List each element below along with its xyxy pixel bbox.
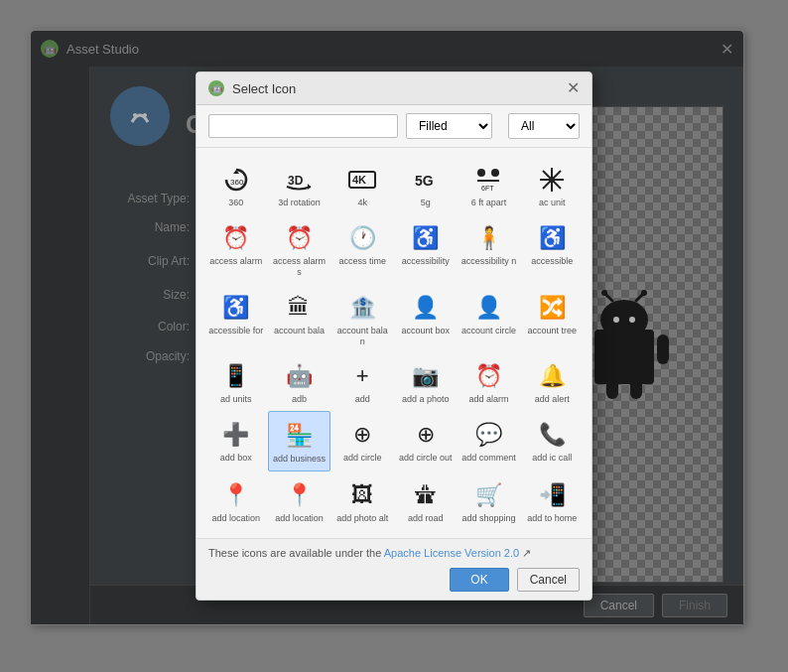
- icon-cell[interactable]: 👤account circle: [458, 284, 521, 353]
- icon-grid: 3603603D3d rotation4K4k5G5g6FT6 ft apart…: [197, 148, 591, 537]
- icon-label: add location: [275, 513, 324, 524]
- icon-cell[interactable]: 6FT6 ft apart: [458, 156, 521, 214]
- icon-label: 360: [228, 198, 243, 208]
- icon-image: 📍: [281, 477, 317, 513]
- ok-button[interactable]: OK: [450, 568, 508, 592]
- icon-search-input[interactable]: [208, 114, 398, 138]
- icon-image: 🏛: [281, 290, 317, 326]
- icon-image: 🛣: [408, 477, 444, 513]
- icon-label: 5g: [421, 198, 431, 208]
- icon-label: access alarms: [271, 256, 327, 278]
- icon-cell[interactable]: 🔔add alert: [520, 352, 584, 411]
- icon-cell[interactable]: 360360: [204, 156, 268, 214]
- icon-cell[interactable]: ♿accessible for: [204, 284, 268, 353]
- icon-cell[interactable]: 🛒add shopping: [458, 471, 521, 530]
- select-icon-dialog: 🤖 Select Icon ✕ Filled Outlined Rounded …: [196, 71, 592, 600]
- icon-cell[interactable]: +add: [330, 352, 394, 411]
- icon-cell[interactable]: 4K4k: [330, 156, 394, 214]
- svg-text:360: 360: [230, 178, 244, 187]
- icon-label: access alarm: [209, 256, 262, 267]
- svg-point-28: [549, 177, 555, 183]
- icon-cell[interactable]: 💬add comment: [458, 411, 521, 471]
- icon-cell[interactable]: 3D3d rotation: [268, 156, 331, 214]
- svg-text:6FT: 6FT: [481, 185, 494, 192]
- icon-label: account bala: [274, 326, 325, 336]
- icon-cell[interactable]: ⊕add circle: [330, 411, 394, 471]
- icon-cell[interactable]: 🖼add photo alt: [330, 471, 394, 530]
- icon-label: 6 ft apart: [471, 198, 507, 208]
- icon-label: accessible: [531, 256, 573, 267]
- icon-cell[interactable]: 🕐access time: [330, 214, 394, 284]
- category-select[interactable]: All Action Alert: [508, 113, 580, 139]
- icon-image: 4K: [344, 162, 380, 198]
- icon-cell[interactable]: 📍add location: [204, 471, 268, 530]
- icon-label: add box: [220, 453, 252, 464]
- dialog-titlebar: 🤖 Select Icon ✕: [197, 72, 591, 105]
- icon-cell[interactable]: 📲add to home: [520, 471, 584, 530]
- icon-cell[interactable]: ac unit: [520, 156, 584, 214]
- icon-image: ⏰: [281, 220, 317, 256]
- dialog-toolbar: Filled Outlined Rounded All Action Alert: [197, 105, 591, 148]
- icon-label: add to home: [527, 513, 577, 524]
- icon-cell[interactable]: 🏛account bala: [268, 284, 331, 353]
- icon-cell[interactable]: ⏰access alarm: [204, 214, 268, 284]
- license-link[interactable]: Apache License Version 2.0: [384, 547, 519, 559]
- icon-label: add a photo: [402, 394, 450, 405]
- dialog-cancel-button[interactable]: Cancel: [517, 568, 580, 592]
- fill-type-select[interactable]: Filled Outlined Rounded: [406, 113, 492, 139]
- icon-label: 4k: [357, 198, 367, 208]
- icon-image: 💬: [470, 417, 506, 453]
- dialog-close-button[interactable]: ✕: [567, 80, 580, 96]
- icon-image: 360: [218, 162, 254, 198]
- icon-cell[interactable]: ♿accessibility: [394, 214, 458, 284]
- icon-cell[interactable]: 👤account box: [394, 284, 458, 353]
- dialog-footer: These icons are available under the Apac…: [197, 538, 591, 600]
- icon-label: add photo alt: [336, 513, 388, 524]
- icon-cell[interactable]: 🤖adb: [268, 352, 331, 411]
- icon-cell[interactable]: 🔀account tree: [520, 284, 584, 353]
- icon-label: adb: [292, 394, 307, 405]
- icon-label: account tree: [527, 326, 577, 336]
- icon-cell[interactable]: ⏰add alarm: [458, 352, 521, 411]
- icon-label: add location: [212, 513, 261, 524]
- icon-cell[interactable]: 📷add a photo: [394, 352, 458, 411]
- icon-label: accessibility n: [461, 256, 517, 267]
- dialog-titlebar-icon: 🤖: [208, 80, 224, 96]
- icon-label: accessibility: [402, 256, 450, 267]
- icon-label: add business: [273, 454, 326, 465]
- icon-cell[interactable]: ⏰access alarms: [268, 214, 331, 284]
- icon-label: add: [355, 394, 370, 405]
- icon-image: [534, 162, 570, 198]
- icon-cell[interactable]: ➕add box: [204, 411, 268, 471]
- icon-image: 🔔: [534, 358, 570, 394]
- icon-image: 📞: [534, 417, 570, 453]
- license-link-symbol: ↗: [522, 547, 531, 559]
- icon-cell[interactable]: 🧍accessibility n: [458, 214, 521, 284]
- icon-label: ad units: [220, 394, 252, 405]
- icon-image: ➕: [218, 417, 254, 453]
- svg-text:4K: 4K: [352, 174, 366, 186]
- icon-image: ⊕: [344, 417, 380, 453]
- icon-image: +: [344, 358, 380, 394]
- icon-cell[interactable]: 5G5g: [394, 156, 458, 214]
- icon-cell[interactable]: 🏦account balan: [330, 284, 394, 353]
- dialog-overlay: 🤖 Select Icon ✕ Filled Outlined Rounded …: [0, 0, 788, 672]
- icon-image: 👤: [408, 290, 444, 326]
- icon-label: access time: [338, 256, 386, 267]
- icon-label: add alarm: [468, 394, 508, 405]
- icon-cell[interactable]: 📞add ic call: [520, 411, 584, 471]
- icon-cell[interactable]: 📱ad units: [204, 352, 268, 411]
- icon-label: account box: [402, 326, 451, 336]
- icon-cell[interactable]: 🛣add road: [394, 471, 458, 530]
- icon-cell[interactable]: ♿accessible: [520, 214, 584, 284]
- icon-cell[interactable]: 📍add location: [268, 471, 331, 530]
- icon-image: 6FT: [470, 162, 506, 198]
- icon-label: ac unit: [539, 198, 566, 208]
- icon-image: 📲: [534, 477, 570, 513]
- icon-cell[interactable]: ⊕add circle out: [394, 411, 458, 471]
- icon-image: 3D: [281, 162, 317, 198]
- dialog-buttons: OK Cancel: [208, 568, 580, 592]
- icon-image: 👤: [470, 290, 506, 326]
- icon-cell[interactable]: 🏪add business: [268, 411, 331, 471]
- icon-image: 🤖: [281, 358, 317, 394]
